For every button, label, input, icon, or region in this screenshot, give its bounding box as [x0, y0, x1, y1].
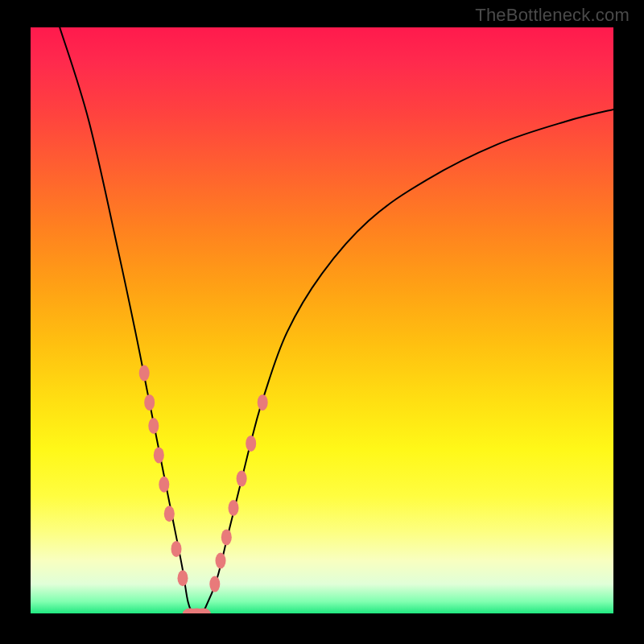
chart-frame: TheBottleneck.com	[0, 0, 644, 644]
curve-marker	[171, 541, 182, 557]
curve-marker	[164, 506, 175, 522]
curve-marker	[154, 447, 164, 463]
valley-markers	[183, 609, 211, 614]
curve-marker	[139, 365, 150, 382]
curve-marker	[178, 570, 188, 586]
curve-marker	[221, 529, 232, 545]
curve-marker	[229, 500, 239, 516]
curve-marker	[258, 394, 268, 411]
curve-marker	[148, 418, 159, 434]
curve-marker	[216, 553, 226, 569]
curve-marker	[144, 394, 155, 411]
curve-marker	[237, 471, 247, 487]
plot-area	[31, 27, 613, 613]
curve-marker	[246, 436, 256, 452]
bottleneck-curve	[60, 27, 613, 613]
watermark-text: TheBottleneck.com	[475, 5, 630, 26]
curve-marker	[159, 477, 169, 493]
bottleneck-curve-svg	[31, 27, 613, 613]
curve-marker	[209, 576, 220, 592]
